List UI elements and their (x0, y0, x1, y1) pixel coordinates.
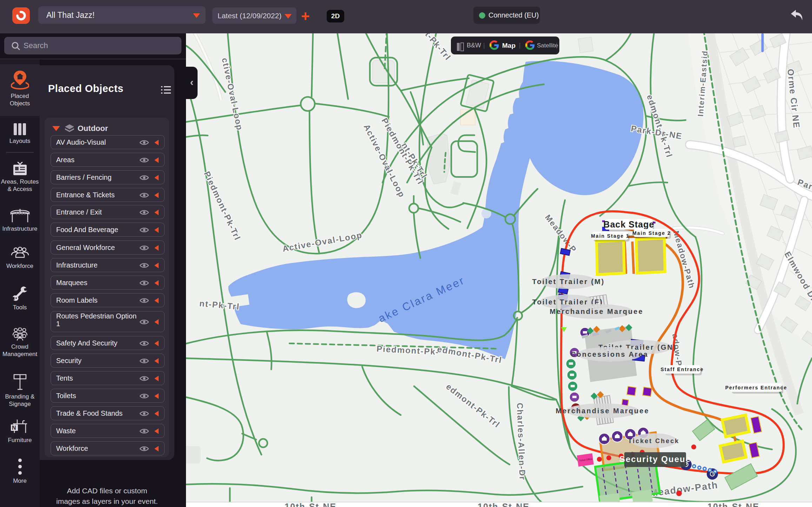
svg-text:Toilet Trailer (M): Toilet Trailer (M) (532, 278, 605, 285)
svg-text:Security Queue: Security Queue (619, 454, 691, 464)
svg-text:Ticket Check: Ticket Check (628, 437, 680, 445)
svg-text:10th-St-NE: 10th-St-NE (478, 502, 530, 507)
svg-text:Merchandise Marquee: Merchandise Marquee (550, 308, 643, 315)
svg-text:Performers Entrance: Performers Entrance (725, 385, 787, 390)
svg-text:Merchandise Marquee: Merchandise Marquee (555, 407, 649, 415)
svg-text:10th-St-NE: 10th-St-NE (285, 502, 337, 507)
svg-text:N: N (12, 425, 16, 431)
svg-text:Staff Entrance: Staff Entrance (661, 367, 704, 372)
svg-text:Main Stage 2: Main Stage 2 (632, 230, 671, 236)
svg-text:Main Stage 1: Main Stage 1 (591, 233, 630, 239)
svg-text:Concessions Area: Concessions Area (571, 350, 648, 358)
svg-text:Back Stage: Back Stage (604, 219, 654, 229)
svg-text:10th-St-NE: 10th-St-NE (707, 502, 759, 507)
